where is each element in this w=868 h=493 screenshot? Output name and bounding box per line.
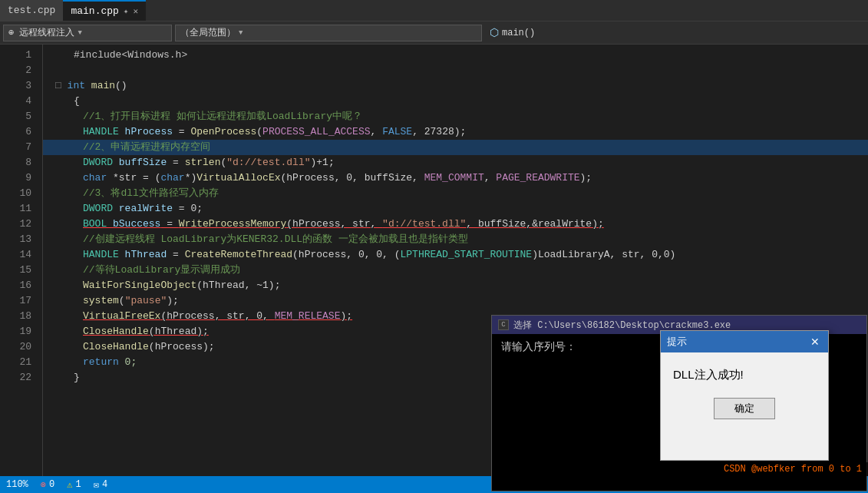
code-line: DWORD buffSize = strlen("d://test.dll")+…: [43, 155, 868, 170]
chevron-down-icon: ▼: [239, 29, 243, 37]
code-line: □ int main(): [43, 78, 868, 94]
code-line: BOOL bSuccess = WriteProcessMemory(hProc…: [43, 217, 868, 232]
scope-dropdown-2[interactable]: （全局范围） ▼: [175, 25, 482, 41]
line-number: 13: [6, 232, 36, 247]
line-number: 14: [6, 247, 36, 263]
tab-test-cpp[interactable]: test.cpp: [0, 0, 63, 21]
scope-dropdown-3[interactable]: ⬡ main(): [485, 25, 608, 41]
line-number: 21: [6, 355, 36, 370]
error-indicator: ⊗ 0: [41, 479, 54, 491]
code-line: system("pause");: [43, 293, 868, 309]
dialog-titlebar: 提示 ✕: [661, 331, 828, 352]
message-count: 4: [102, 479, 107, 490]
scope-dropdown-1[interactable]: ⊕ 远程线程注入 ▼: [3, 25, 172, 41]
dialog-ok-button[interactable]: 确定: [714, 398, 775, 419]
scope-dropdown-2-label: （全局范围）: [180, 26, 236, 39]
code-line: DWORD realWrite = 0;: [43, 201, 868, 217]
message-icon: ✉: [94, 479, 99, 491]
code-line: //1、打开目标进程 如何让远程进程加载LoadLibrary中呢？: [43, 109, 868, 124]
code-line: //等待LoadLibrary显示调用成功: [43, 263, 868, 278]
scope-dropdown-3-label: main(): [502, 28, 535, 38]
line-number: 6: [6, 124, 36, 140]
console-icon: C: [498, 319, 509, 330]
line-number: 18: [6, 309, 36, 324]
scope-dropdown-1-label: ⊕ 远程线程注入: [8, 26, 74, 39]
code-line: //创建远程线程 LoadLibrary为KENER32.DLL的函数 一定会被…: [43, 232, 868, 247]
code-line: HANDLE hThread = CreateRemoteThread(hPro…: [43, 247, 868, 263]
line-number: 3: [6, 78, 36, 94]
tab-label: test.cpp: [8, 5, 55, 16]
tab-bar: test.cpp main.cpp ✦ ✕: [0, 0, 868, 22]
code-line: //3、将dll文件路径写入内存: [43, 186, 868, 201]
line-number: 16: [6, 278, 36, 293]
code-line: [43, 63, 868, 78]
line-number: 12: [6, 217, 36, 232]
dialog: 提示 ✕ DLL注入成功! 确定: [660, 330, 829, 461]
line-number: 2: [6, 63, 36, 78]
code-line: WaitForSingleObject(hThread, ~1);: [43, 278, 868, 293]
code-line: #include<Windows.h>: [43, 48, 868, 63]
line-number: 11: [6, 201, 36, 217]
dialog-close-button[interactable]: ✕: [808, 335, 822, 349]
warning-icon: ⚠: [67, 479, 72, 491]
line-number: 22: [6, 370, 36, 385]
chevron-down-icon: ▼: [78, 29, 81, 37]
line-number: 15: [6, 263, 36, 278]
tab-save-icon: ✦: [124, 6, 129, 16]
line-number: 10: [6, 186, 36, 201]
line-numbers: 12345678910111213141516171819202122: [3, 45, 43, 476]
zoom-level: 110%: [6, 479, 28, 490]
console-prompt: 请输入序列号：: [501, 340, 576, 352]
dialog-title: 提示: [667, 335, 687, 349]
line-number: 8: [6, 155, 36, 170]
message-indicator: ✉ 4: [94, 479, 107, 491]
dialog-body: DLL注入成功! 确定: [661, 352, 828, 432]
line-number: 7: [6, 140, 36, 155]
tab-main-cpp[interactable]: main.cpp ✦ ✕: [63, 0, 146, 21]
code-line: {: [43, 94, 868, 109]
zoom-value: 110%: [6, 479, 28, 490]
warning-count: 1: [75, 479, 81, 490]
function-icon: ⬡: [490, 26, 499, 39]
line-number: 1: [6, 48, 36, 63]
line-number: 5: [6, 109, 36, 124]
toolbar: ⊕ 远程线程注入 ▼ （全局范围） ▼ ⬡ main(): [0, 22, 868, 45]
line-number: 17: [6, 293, 36, 309]
console-title: 选择 C:\Users\86182\Desktop\crackme3.exe: [513, 319, 731, 332]
line-number: 20: [6, 339, 36, 355]
tab-close-icon[interactable]: ✕: [133, 6, 138, 16]
code-line: HANDLE hProcess = OpenProcess(PROCESS_AL…: [43, 124, 868, 140]
error-count: 0: [49, 479, 54, 490]
code-line: char *str = (char*)VirtualAllocEx(hProce…: [43, 170, 868, 186]
warning-indicator: ⚠ 1: [67, 479, 81, 491]
error-icon: ⊗: [41, 479, 46, 491]
line-number: 19: [6, 324, 36, 339]
line-number: 4: [6, 94, 36, 109]
line-number: 9: [6, 170, 36, 186]
watermark: CSDN @webfker from 0 to 1: [718, 462, 868, 476]
tab-label: main.cpp: [71, 5, 118, 17]
dialog-message: DLL注入成功!: [673, 368, 816, 382]
code-line: //2、申请远程进程内存空间: [43, 140, 868, 155]
